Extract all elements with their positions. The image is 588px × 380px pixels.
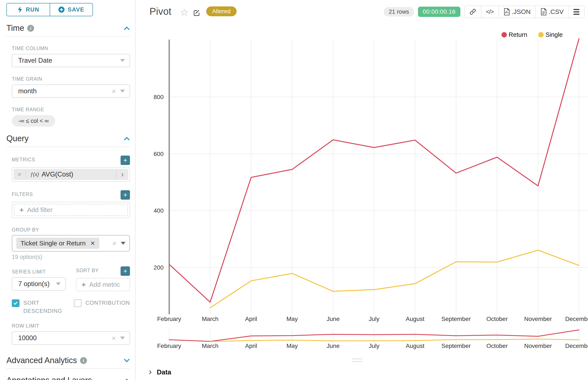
query-section-header[interactable]: Query <box>6 134 130 147</box>
row-limit-select[interactable]: 10000 × <box>12 331 130 345</box>
clear-icon[interactable]: × <box>112 239 117 247</box>
checkbox-row: SORT DESCENDING CONTRIBUTION <box>12 299 130 315</box>
chevron-up-icon[interactable] <box>123 378 130 380</box>
svg-text:May: May <box>286 316 298 322</box>
chevron-down-icon <box>120 337 125 340</box>
series-limit-select[interactable]: 7 option(s) <box>12 277 66 291</box>
row-count-badge: 21 rows <box>384 7 414 17</box>
contribution-checkbox[interactable]: CONTRIBUTION <box>74 299 130 315</box>
sort-descending-label: SORT DESCENDING <box>23 299 68 315</box>
export-csv-button[interactable]: .CSV <box>535 6 568 18</box>
resize-handle[interactable] <box>352 359 362 364</box>
svg-text:October: October <box>486 342 508 349</box>
control-panel: RUN SAVE Time i TIME COLUMN Travel Date <box>0 0 136 380</box>
time-range-label: TIME RANGE <box>12 107 130 113</box>
annotations-layers-header[interactable]: Annotations and Layers <box>6 376 130 380</box>
add-sort-metric-dropzone[interactable]: + Add metric <box>76 278 130 291</box>
group-by-options-hint: 19 option(s) <box>12 254 130 260</box>
clear-icon[interactable]: × <box>112 334 116 342</box>
edit-title-icon[interactable] <box>193 9 201 18</box>
svg-text:May: May <box>286 342 298 349</box>
group-by-tag[interactable]: Ticket Single or Return ✕ <box>16 238 99 249</box>
line-chart: 200400600800FebruaryFebruaryMarchMarchAp… <box>136 30 588 380</box>
clear-icon[interactable]: × <box>112 87 116 95</box>
time-grain-select[interactable]: month × <box>12 85 130 98</box>
time-section-header[interactable]: Time i <box>6 23 130 37</box>
run-save-group: RUN SAVE <box>6 3 93 16</box>
chevron-up-icon[interactable] <box>123 26 130 30</box>
svg-text:800: 800 <box>154 94 163 100</box>
data-section-title: Data <box>157 368 171 376</box>
limit-sort-row: SERIES LIMIT 7 option(s) SORT BY + + Add… <box>12 260 130 291</box>
query-timer-badge: 00:00:00.16 <box>418 7 460 17</box>
chevron-down-icon <box>56 283 61 285</box>
save-button[interactable]: SAVE <box>50 3 93 16</box>
chart-menu-button[interactable] <box>568 6 584 18</box>
group-by-label: GROUP BY <box>12 227 130 233</box>
remove-tag-icon[interactable]: ✕ <box>90 240 95 247</box>
export-json-label: .JSON <box>512 8 531 15</box>
chevron-up-icon[interactable] <box>123 136 130 141</box>
metrics-box: × ƒ(x) AVG(Cost) › <box>12 167 130 182</box>
run-label: RUN <box>26 6 40 13</box>
group-by-select[interactable]: Ticket Single or Return ✕ × <box>12 235 130 252</box>
metric-pill[interactable]: × ƒ(x) AVG(Cost) › <box>14 169 128 180</box>
svg-text:March: March <box>202 342 219 349</box>
expand-metric-icon[interactable]: › <box>116 170 128 179</box>
info-icon: i <box>27 25 34 32</box>
time-range-pill[interactable]: -∞ ≤ col < ∞ <box>12 115 55 127</box>
time-column-select[interactable]: Travel Date <box>12 54 130 67</box>
chevron-down-icon[interactable] <box>123 358 130 363</box>
add-filter-button[interactable]: + <box>121 190 130 200</box>
time-grain-value: month <box>18 87 37 95</box>
time-column-value: Travel Date <box>18 57 52 64</box>
time-column-label: TIME COLUMN <box>12 46 130 51</box>
metrics-label: METRICS <box>12 157 35 163</box>
svg-text:December: December <box>565 316 588 322</box>
export-csv-label: .CSV <box>548 8 564 15</box>
sort-by-field: SORT BY + + Add metric <box>76 260 130 291</box>
time-grain-label: TIME GRAIN <box>12 76 130 82</box>
export-json-button[interactable]: .JSON <box>499 6 535 18</box>
add-metric-button[interactable]: + <box>121 155 130 165</box>
add-sort-metric-button[interactable]: + <box>121 266 130 276</box>
metrics-field: METRICS + × ƒ(x) AVG(Cost) › <box>12 155 130 182</box>
chevron-right-icon: › <box>149 368 152 375</box>
favorite-star-icon[interactable]: ☆ <box>180 7 188 18</box>
svg-text:200: 200 <box>154 264 163 271</box>
menu-icon <box>573 9 579 15</box>
filters-box: + Add filter <box>12 202 130 218</box>
checkbox-icon[interactable] <box>74 299 81 307</box>
plus-circle-icon <box>58 6 65 13</box>
row-limit-field: ROW LIMIT 10000 × <box>12 323 130 345</box>
run-button[interactable]: RUN <box>7 3 50 16</box>
sort-descending-checkbox[interactable]: SORT DESCENDING <box>12 299 68 315</box>
time-section-title: Time <box>6 23 24 33</box>
svg-text:October: October <box>486 316 508 322</box>
data-section-toggle[interactable]: › Data <box>149 368 171 376</box>
file-chart-icon <box>504 8 510 15</box>
view-query-button[interactable]: </> <box>481 6 499 18</box>
svg-text:November: November <box>524 342 552 349</box>
export-toolbar: </> .JSON .CSV <box>464 6 585 18</box>
plus-icon: + <box>81 281 86 289</box>
chevron-down-icon <box>121 242 125 245</box>
group-by-tag-label: Ticket Single or Return <box>20 240 86 247</box>
remove-metric-icon[interactable]: × <box>14 171 26 178</box>
share-link-button[interactable] <box>465 6 481 18</box>
contribution-label: CONTRIBUTION <box>85 299 130 307</box>
series-limit-label: SERIES LIMIT <box>12 269 66 275</box>
chevron-down-icon <box>120 59 125 62</box>
filters-field: FILTERS + + Add filter <box>12 190 130 218</box>
add-filter-dropzone[interactable]: + Add filter <box>14 204 128 216</box>
chevron-down-icon <box>120 90 125 93</box>
add-metric-placeholder: Add metric <box>89 281 120 288</box>
advanced-analytics-header[interactable]: Advanced Analytics i <box>6 356 130 369</box>
checkbox-icon[interactable] <box>12 299 20 307</box>
svg-text:400: 400 <box>154 207 163 214</box>
header-actions: 21 rows 00:00:00.16 </> <box>384 6 585 18</box>
advanced-analytics-title: Advanced Analytics <box>6 356 77 365</box>
explore-view: RUN SAVE Time i TIME COLUMN Travel Date <box>0 0 588 380</box>
svg-text:August: August <box>406 342 425 349</box>
code-icon: </> <box>486 9 494 15</box>
